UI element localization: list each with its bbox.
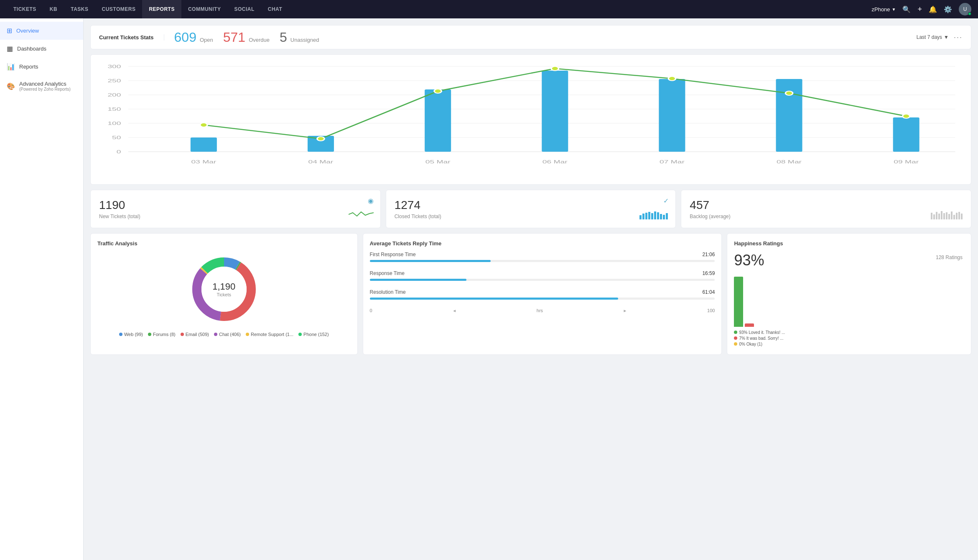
happiness-bar-negative: [745, 323, 754, 327]
nav-item-social[interactable]: SOCIAL: [227, 0, 261, 18]
legend-bad: 7% It was bad. Sorry! ...: [734, 336, 964, 341]
user-avatar[interactable]: U: [959, 3, 971, 15]
scale-min: 0: [370, 308, 372, 313]
brand-selector[interactable]: zPhone ▼: [871, 6, 896, 13]
sidebar-item-reports[interactable]: 📊 Reports: [0, 58, 83, 76]
reply-time-scale: 0 ◄ hrs ► 100: [370, 308, 715, 313]
svg-rect-14: [191, 137, 217, 152]
nav-item-tickets[interactable]: TICKETS: [7, 0, 43, 18]
closed-tickets-label: Closed Tickets (total): [395, 214, 667, 219]
unassigned-label: Unassigned: [290, 37, 319, 43]
svg-point-26: [785, 91, 793, 95]
response-bar-wrap: [370, 279, 715, 281]
new-tickets-sparkline: [349, 209, 374, 221]
svg-rect-54: [953, 215, 955, 219]
nav-item-community[interactable]: COMMUNITY: [181, 0, 228, 18]
bar-line-chart: 300 250 200 150 100 50 0: [99, 63, 963, 172]
svg-point-27: [902, 114, 910, 118]
unassigned-stat: 5 Unassigned: [280, 31, 319, 44]
scale-left-arrow: ◄: [452, 308, 456, 313]
nav-item-tasks[interactable]: TASKS: [64, 0, 95, 18]
first-response-bar: [370, 260, 491, 262]
legend-okay-dot: [734, 342, 737, 346]
svg-text:50: 50: [112, 135, 121, 140]
date-filter-dropdown[interactable]: Last 7 days ▼: [917, 34, 949, 40]
open-stat: 609 Open: [174, 31, 213, 44]
closed-tickets-card: ✓ 1274 Closed Tickets (total): [386, 190, 676, 228]
svg-text:300: 300: [107, 64, 121, 69]
legend-loved: 93% Loved it. Thanks! ...: [734, 330, 964, 335]
svg-text:05 Mar: 05 Mar: [425, 159, 451, 164]
svg-point-23: [434, 89, 442, 93]
svg-text:08 Mar: 08 Mar: [777, 159, 802, 164]
response-bar: [370, 279, 466, 281]
legend-phone: Phone (152): [298, 332, 329, 337]
sidebar-item-advanced-analytics[interactable]: 🎨 Advanced Analytics (Powered by Zoho Re…: [0, 76, 83, 97]
happiness-bar-positive: [734, 277, 743, 327]
nav-item-reports[interactable]: REPORTS: [142, 0, 181, 18]
search-icon[interactable]: 🔍: [902, 5, 911, 13]
scale-max: 100: [707, 308, 715, 313]
svg-rect-17: [542, 71, 568, 152]
donut-chart: 1,190 Tickets: [186, 252, 262, 327]
happiness-ratings-count: 128 Ratings: [936, 255, 963, 260]
donut-center-label: 1,190 Tickets: [212, 281, 235, 297]
legend-chat: Chat (406): [214, 332, 241, 337]
response-label: Response Time: [370, 270, 405, 276]
svg-rect-40: [654, 211, 656, 219]
svg-text:150: 150: [107, 107, 121, 112]
happiness-card: Happiness Ratings 93% 128 Ratings 93% Lo…: [727, 233, 971, 355]
closed-tickets-sparkline: [639, 209, 669, 221]
legend-remote-dot: [246, 333, 249, 336]
sidebar-item-dashboards[interactable]: ▦ Dashboards: [0, 40, 83, 58]
scale-unit: hrs: [537, 308, 543, 313]
legend-okay: 0% Okay (1): [734, 342, 964, 346]
resolution-value: 61:04: [702, 289, 715, 295]
svg-rect-20: [893, 117, 919, 152]
svg-text:250: 250: [107, 78, 121, 83]
svg-text:100: 100: [107, 121, 121, 126]
legend-loved-dot: [734, 331, 737, 334]
resolution-bar: [370, 298, 619, 300]
backlog-label: Backlog (average): [690, 214, 963, 219]
svg-rect-50: [943, 213, 945, 219]
overdue-label: Overdue: [249, 37, 270, 43]
nav-item-customers[interactable]: CUSTOMERS: [95, 0, 142, 18]
add-icon[interactable]: +: [917, 5, 922, 14]
svg-rect-53: [951, 211, 953, 219]
svg-rect-35: [639, 215, 642, 219]
reply-time-title: Average Tickets Reply Time: [370, 240, 715, 247]
new-tickets-card: ◉ 1190 New Tickets (total): [90, 190, 381, 228]
nav-item-chat[interactable]: CHAT: [261, 0, 289, 18]
legend-email-dot: [181, 333, 184, 336]
svg-text:200: 200: [107, 92, 121, 97]
sidebar-item-overview[interactable]: ⊞ Overview: [0, 22, 83, 40]
legend-web: Web (99): [119, 332, 143, 337]
happiness-percent: 93%: [734, 252, 964, 269]
first-response-label: First Response Time: [370, 252, 416, 257]
closed-tickets-number: 1274: [395, 199, 667, 212]
svg-rect-52: [948, 214, 950, 219]
svg-text:03 Mar: 03 Mar: [191, 159, 216, 164]
more-options-button[interactable]: ···: [954, 33, 963, 42]
legend-email: Email (509): [181, 332, 209, 337]
stats-title: Current Tickets Stats: [99, 34, 164, 41]
svg-text:06 Mar: 06 Mar: [542, 159, 568, 164]
topnav-right: zPhone ▼ 🔍 + 🔔 ⚙️ U: [871, 3, 971, 15]
svg-point-25: [668, 76, 676, 81]
main-chart-section: 300 250 200 150 100 50 0: [90, 54, 971, 185]
nav-item-kb[interactable]: KB: [43, 0, 64, 18]
svg-point-22: [317, 137, 325, 141]
settings-icon[interactable]: ⚙️: [944, 5, 952, 13]
unassigned-count: 5: [280, 31, 287, 44]
svg-rect-57: [961, 214, 963, 219]
backlog-number: 457: [690, 199, 963, 212]
svg-rect-48: [938, 214, 940, 219]
svg-point-21: [200, 123, 208, 127]
notifications-icon[interactable]: 🔔: [929, 5, 937, 13]
chart-svg: 300 250 200 150 100 50 0: [99, 63, 963, 172]
svg-rect-49: [941, 211, 942, 219]
svg-rect-43: [663, 215, 665, 219]
open-count: 609: [174, 31, 196, 44]
svg-rect-36: [642, 214, 644, 219]
